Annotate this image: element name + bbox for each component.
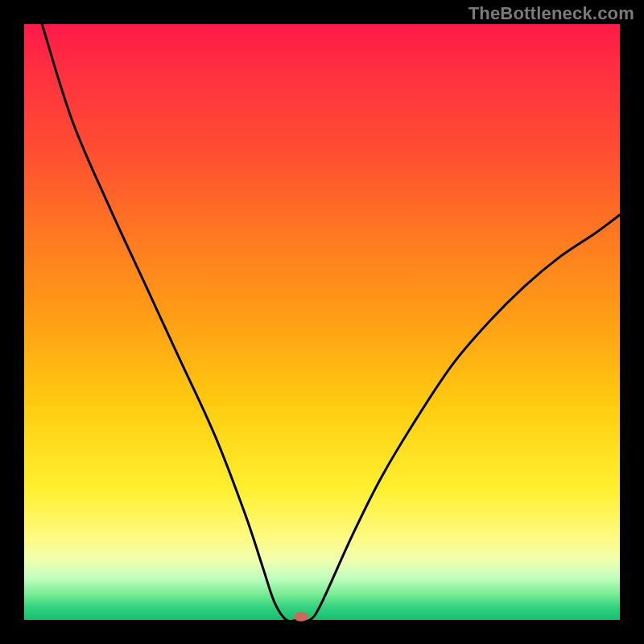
chart-frame: TheBottleneck.com xyxy=(0,0,644,644)
optimum-marker xyxy=(294,612,308,621)
plot-area xyxy=(24,24,620,620)
bottleneck-curve-path xyxy=(42,24,620,620)
curve-svg xyxy=(24,24,620,620)
watermark-text: TheBottleneck.com xyxy=(469,3,634,24)
